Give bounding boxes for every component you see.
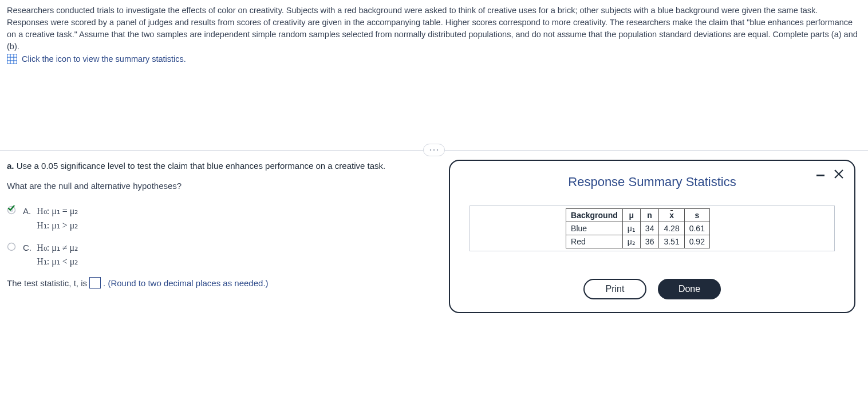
cell-xbar: 3.51: [659, 235, 684, 248]
stats-table: Background μ n x s Blue μ₁ 34 4.28 0.61: [566, 208, 710, 248]
table-row: Red μ₂ 36 3.51 0.92: [566, 235, 710, 248]
summary-link-row: Click the icon to view the summary stati…: [0, 53, 868, 64]
question-area: a. Use a 0.05 significance level to test…: [7, 161, 437, 289]
cell-n: 36: [640, 235, 659, 248]
cell-mu: μ₂: [622, 235, 640, 248]
table-row: Blue μ₁ 34 4.28 0.61: [566, 222, 710, 235]
option-a-letter: A.: [23, 204, 34, 218]
svg-point-7: [437, 149, 438, 151]
cell-mu: μ₁: [622, 222, 640, 235]
modal-title: Response Summary Statistics: [461, 175, 843, 189]
page-root: Researchers conducted trials to investig…: [0, 0, 868, 399]
cell-bg: Blue: [566, 222, 623, 235]
radio-selected-icon[interactable]: [7, 206, 16, 215]
print-button[interactable]: Print: [583, 279, 646, 299]
test-stat-input[interactable]: [89, 277, 101, 289]
problem-statement: Researchers conducted trials to investig…: [0, 0, 868, 53]
option-c-letter: C.: [23, 241, 34, 254]
test-statistic-line: The test statistic, t, is . (Round to tw…: [7, 277, 437, 289]
stats-table-frame: Background μ n x s Blue μ₁ 34 4.28 0.61: [469, 206, 835, 251]
done-button[interactable]: Done: [658, 279, 721, 299]
option-a-h0: H₀: μ₁ = μ₂: [37, 206, 78, 216]
svg-point-6: [433, 149, 435, 151]
col-mu: μ: [622, 209, 640, 222]
part-a-prompt: Use a 0.05 significance level to test th…: [17, 161, 386, 171]
cell-n: 34: [640, 222, 659, 235]
hypothesis-options: A. H₀: μ₁ = μ₂ H₁: μ₁ > μ₂ C. H₀: μ: [7, 204, 437, 269]
table-icon[interactable]: [7, 54, 17, 64]
svg-point-5: [430, 149, 431, 151]
col-xbar: x: [659, 209, 684, 222]
col-s: s: [684, 209, 709, 222]
minimize-icon[interactable]: [816, 174, 824, 176]
option-a[interactable]: A. H₀: μ₁ = μ₂ H₁: μ₁ > μ₂: [7, 204, 437, 233]
summary-stats-modal: Response Summary Statistics Background μ…: [449, 160, 855, 313]
svg-rect-0: [7, 54, 17, 64]
cell-bg: Red: [566, 235, 623, 248]
option-c-h0: H₀: μ₁ ≠ μ₂: [37, 243, 78, 252]
hypotheses-question: What are the null and alternative hypoth…: [7, 181, 437, 191]
section-divider: [0, 150, 868, 151]
close-icon[interactable]: [834, 169, 844, 181]
cell-s: 0.92: [684, 235, 709, 248]
option-a-h1: H₁: μ₁ > μ₂: [37, 220, 78, 230]
col-background: Background: [566, 209, 623, 222]
summary-link-text[interactable]: Click the icon to view the summary stati…: [22, 54, 186, 64]
col-n: n: [640, 209, 659, 222]
expand-pill[interactable]: [423, 144, 445, 156]
test-stat-hint: . (Round to two decimal places as needed…: [103, 278, 269, 288]
part-a-label: a.: [7, 161, 14, 171]
cell-xbar: 4.28: [659, 222, 684, 235]
test-stat-prefix: The test statistic, t, is: [7, 278, 87, 288]
option-c-h1: H₁: μ₁ < μ₂: [37, 256, 78, 266]
radio-unselected-icon[interactable]: [7, 242, 16, 251]
cell-s: 0.61: [684, 222, 709, 235]
table-header-row: Background μ n x s: [566, 209, 710, 222]
option-c[interactable]: C. H₀: μ₁ ≠ μ₂ H₁: μ₁ < μ₂: [7, 241, 437, 270]
svg-point-10: [8, 243, 15, 250]
